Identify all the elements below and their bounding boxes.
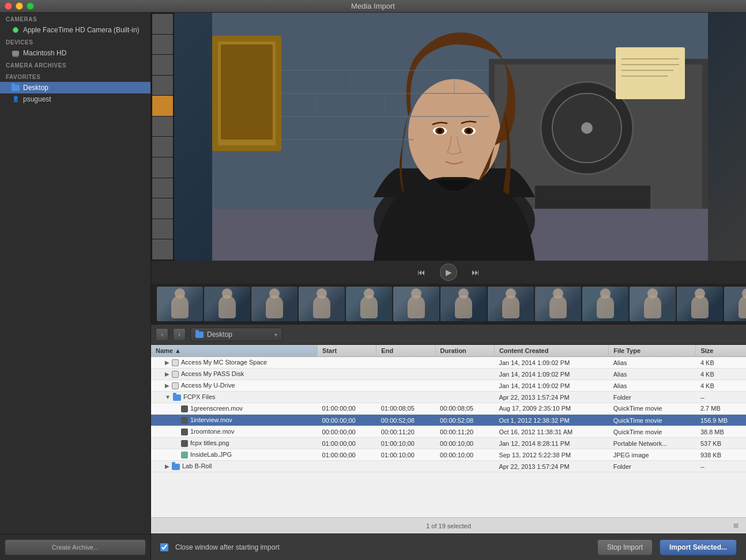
play-button[interactable]: ▶	[440, 264, 457, 281]
table-row[interactable]: ▶Access My PASS Disk Jan 14, 2014 1:09:0…	[151, 369, 746, 380]
close-checkbox[interactable]	[160, 543, 168, 551]
cell-size: 2.7 MB	[696, 403, 746, 414]
col-size[interactable]: Size	[696, 345, 746, 357]
filmstrip-thumb[interactable]	[152, 35, 173, 55]
cell-file-type: Alias	[609, 369, 696, 380]
filmstrip-thumb[interactable]	[152, 76, 173, 96]
cell-duration: 00:00:10;00	[435, 449, 494, 461]
table-row[interactable]: 1interview.mov 00:00:00;00 00:00:52;08 0…	[151, 414, 746, 426]
film-frame[interactable]	[299, 287, 345, 321]
cell-duration: 00:00:11;20	[435, 426, 494, 438]
location-folder-icon	[195, 332, 204, 338]
cell-content-created: Aug 17, 2009 2:35:10 PM	[494, 403, 608, 414]
cell-content-created: Oct 1, 2012 12:38:32 PM	[494, 414, 608, 426]
film-frame[interactable]	[677, 287, 723, 321]
cell-file-type: Alias	[609, 380, 696, 392]
sidebar-item-label: Apple FaceTime HD Camera (Built-in)	[23, 26, 140, 34]
filmstrip-thumb[interactable]	[152, 14, 173, 34]
col-file-type[interactable]: File Type	[609, 345, 696, 357]
cell-start	[318, 357, 376, 369]
cell-start	[318, 392, 376, 403]
filmstrip-thumb[interactable]	[152, 157, 173, 178]
cell-duration	[435, 461, 494, 472]
file-table-body: ▶Access My MC Storage Space Jan 14, 2014…	[151, 357, 746, 472]
cell-file-type: QuickTime movie	[609, 426, 696, 438]
col-end[interactable]: End	[376, 345, 435, 357]
film-frame[interactable]	[440, 287, 487, 321]
sidebar-item-macintosh-hd[interactable]: Macintosh HD	[0, 47, 150, 59]
stop-import-button[interactable]: Stop Import	[597, 539, 653, 555]
close-button[interactable]	[5, 2, 12, 10]
col-duration[interactable]: Duration	[435, 345, 494, 357]
minimize-button[interactable]	[16, 2, 23, 10]
table-row[interactable]: 1roomtone.mov 00:00:00;00 00:00:11;20 00…	[151, 426, 746, 438]
filmstrip-thumb[interactable]	[152, 116, 173, 137]
content-area: ⏮ ▶ ⏭ ‹	[151, 13, 746, 560]
filmstrip-thumb[interactable]	[152, 219, 173, 239]
svg-rect-4	[221, 44, 273, 140]
film-frame[interactable]	[157, 287, 203, 321]
film-frame[interactable]	[393, 287, 439, 321]
table-row[interactable]: 1greenscreen.mov 01:00:00;00 01:00:08;05…	[151, 403, 746, 414]
table-row[interactable]: ▼FCPX Files Apr 22, 2013 1:57:24 PM Fold…	[151, 392, 746, 403]
import-selected-button[interactable]: Import Selected...	[660, 539, 737, 555]
svg-rect-10	[535, 186, 650, 209]
file-table-container[interactable]: Name ▲ Start End Duration Content Create…	[151, 345, 746, 517]
film-frame[interactable]	[488, 287, 534, 321]
cell-size: 38.8 MB	[696, 426, 746, 438]
sidebar-item-facetime[interactable]: Apple FaceTime HD Camera (Built-in)	[0, 24, 150, 36]
cell-size: 938 KB	[696, 449, 746, 461]
col-content-created[interactable]: Content Created	[494, 345, 608, 357]
film-frame[interactable]	[535, 287, 581, 321]
filmstrip-thumb[interactable]	[152, 55, 173, 75]
cell-duration: 00:00:52;08	[435, 414, 494, 426]
window-title: Media Import	[351, 2, 395, 10]
filmstrip-bottom	[151, 284, 746, 324]
back-button[interactable]: ‹	[156, 328, 168, 341]
cell-start: 01:00:00;00	[318, 449, 376, 461]
svg-point-19	[408, 79, 500, 189]
film-frame[interactable]	[582, 287, 628, 321]
cell-size: --	[696, 392, 746, 403]
table-row[interactable]: fcpx titles.png 01:00:00;00 01:00:10;00 …	[151, 438, 746, 449]
cell-duration	[435, 357, 494, 369]
col-name[interactable]: Name ▲	[151, 345, 318, 357]
film-frame[interactable]	[724, 287, 746, 321]
person-icon	[12, 95, 20, 103]
table-row[interactable]: ▶Access My MC Storage Space Jan 14, 2014…	[151, 357, 746, 369]
status-bar: 1 of 19 selected ⊞	[151, 517, 746, 533]
cell-content-created: Apr 22, 2013 1:57:24 PM	[494, 461, 608, 472]
favorites-section-header: FAVORITES	[0, 70, 150, 82]
table-row[interactable]: ▶Lab B-Roll Apr 22, 2013 1:57:24 PM Fold…	[151, 461, 746, 472]
create-archive-button[interactable]: Create Archive...	[5, 539, 146, 555]
folder-icon	[12, 84, 20, 92]
sidebar: CAMERAS Apple FaceTime HD Camera (Built-…	[0, 13, 151, 560]
prev-frame-button[interactable]: ⏮	[415, 265, 428, 279]
cell-start: 01:00:00;00	[318, 438, 376, 449]
table-header-row: Name ▲ Start End Duration Content Create…	[151, 345, 746, 357]
film-frame[interactable]	[204, 287, 250, 321]
sidebar-item-label: Macintosh HD	[23, 49, 66, 57]
next-frame-button[interactable]: ⏭	[469, 265, 483, 279]
table-row[interactable]: InsideLab.JPG 01:00:00;00 01:00:10;00 00…	[151, 449, 746, 461]
cell-name: 1interview.mov	[151, 414, 318, 426]
cell-content-created: Apr 22, 2013 1:57:24 PM	[494, 392, 608, 403]
film-frame[interactable]	[630, 287, 676, 321]
film-frame[interactable]	[346, 287, 392, 321]
filmstrip-thumb[interactable]	[152, 239, 173, 260]
table-row[interactable]: ▶Access My U-Drive Jan 14, 2014 1:09:02 …	[151, 380, 746, 392]
filmstrip-thumb[interactable]	[152, 137, 173, 157]
maximize-button[interactable]	[27, 2, 34, 10]
filmstrip-thumb-active[interactable]	[152, 96, 173, 116]
sidebar-item-desktop[interactable]: Desktop	[0, 82, 150, 93]
filmstrip-thumb[interactable]	[152, 198, 173, 219]
sidebar-item-psuguest[interactable]: psuguest	[0, 93, 150, 105]
col-start[interactable]: Start	[318, 345, 376, 357]
forward-button[interactable]: ›	[173, 328, 186, 341]
filmstrip-thumb[interactable]	[152, 178, 173, 198]
cell-start: 00:00:00;00	[318, 426, 376, 438]
grid-view-button[interactable]: ⊞	[730, 520, 741, 532]
film-frame[interactable]	[251, 287, 297, 321]
location-bar[interactable]: Desktop ▾	[190, 328, 282, 341]
status-text: 1 of 19 selected	[426, 523, 471, 529]
